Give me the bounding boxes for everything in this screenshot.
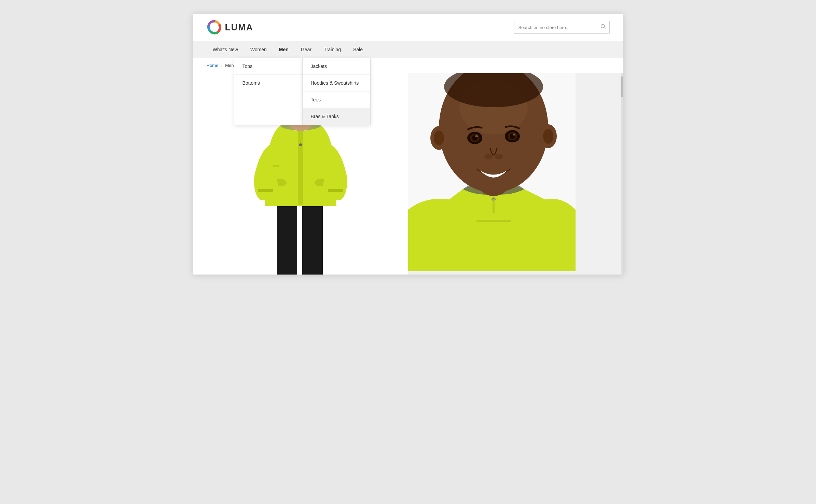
svg-point-28 [495, 154, 503, 159]
dropdown-col-men: Tops Bottoms [234, 58, 302, 125]
search-area [514, 21, 610, 34]
svg-point-22 [475, 135, 478, 137]
nav-item-men[interactable]: Men [273, 41, 295, 58]
breadcrumb-home[interactable]: Home [207, 63, 219, 68]
svg-rect-15 [493, 199, 495, 213]
search-input[interactable] [514, 22, 597, 33]
nav-item-women[interactable]: Women [244, 41, 273, 58]
luma-logo-icon [207, 20, 222, 35]
nav-item-sale[interactable]: Sale [347, 41, 369, 58]
dropdown-item-tops[interactable]: Tops [234, 58, 302, 75]
browser-window: LUMA What's New Women Men Gear Training … [193, 14, 623, 275]
header: LUMA [193, 14, 623, 41]
svg-rect-4 [277, 206, 297, 275]
scrollbar[interactable] [621, 73, 623, 275]
hero-right-panel [408, 73, 623, 275]
svg-rect-5 [302, 206, 323, 275]
svg-point-30 [434, 130, 444, 145]
dropdown-item-jackets[interactable]: Jackets [303, 58, 370, 75]
svg-point-12 [299, 143, 302, 146]
dropdown-item-tees[interactable]: Tees [303, 92, 370, 108]
breadcrumb-separator: › [221, 63, 222, 68]
svg-point-32 [543, 129, 553, 144]
nav-bar: What's New Women Men Gear Training Sale … [193, 41, 623, 58]
scrollbar-thumb[interactable] [621, 76, 623, 97]
search-button[interactable] [597, 21, 609, 33]
svg-point-26 [513, 134, 515, 136]
logo-area: LUMA [207, 20, 253, 35]
svg-rect-11 [273, 165, 279, 167]
svg-rect-8 [258, 189, 273, 192]
svg-point-27 [484, 154, 493, 159]
nav-item-whats-new[interactable]: What's New [207, 41, 244, 58]
search-icon [600, 24, 606, 29]
dropdown-item-bottoms[interactable]: Bottoms [234, 75, 302, 91]
dropdown-item-bras-tanks[interactable]: Bras & Tanks [303, 108, 370, 125]
svg-rect-34 [476, 220, 511, 222]
dropdown-item-hoodies-sweatshirts[interactable]: Hoodies & Sweatshirts [303, 75, 370, 92]
hero-right-figure [408, 73, 576, 271]
dropdown-menu: Tops Bottoms Jackets Hoodies & Sweatshir… [234, 58, 371, 125]
nav-item-gear[interactable]: Gear [295, 41, 318, 58]
dropdown-col-tops-sub: Jackets Hoodies & Sweatshirts Tees Bras … [302, 58, 371, 125]
svg-rect-9 [328, 189, 343, 192]
svg-line-2 [604, 28, 605, 29]
logo-text: LUMA [225, 22, 253, 33]
svg-rect-6 [298, 126, 303, 205]
breadcrumb-current: Men [225, 63, 234, 68]
nav-item-training[interactable]: Training [318, 41, 347, 58]
